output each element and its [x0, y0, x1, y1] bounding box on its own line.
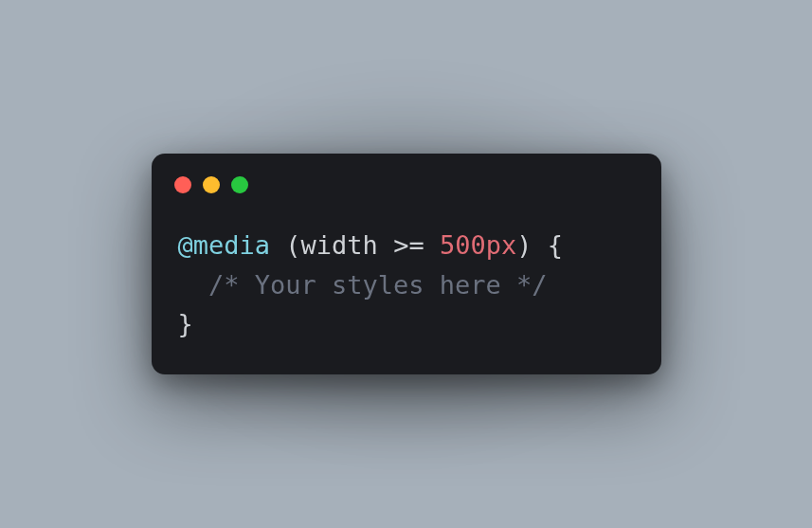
- minimize-icon[interactable]: [203, 176, 220, 193]
- zoom-icon[interactable]: [231, 176, 248, 193]
- token-space: [424, 230, 440, 260]
- token-number: 500px: [440, 230, 516, 260]
- token-space: [378, 230, 393, 260]
- token-rparen: ): [516, 230, 532, 260]
- token-comment: /* Your styles here */: [208, 270, 548, 300]
- token-ident: width: [301, 230, 378, 260]
- token-lbrace: {: [548, 230, 563, 260]
- token-lparen: (: [285, 230, 300, 260]
- token-space: [270, 230, 285, 260]
- code-window: @media (width >= 500px) {/* Your styles …: [152, 154, 661, 375]
- token-operator: >=: [393, 230, 424, 260]
- token-space: [532, 230, 547, 260]
- token-rbrace: }: [178, 309, 193, 338]
- code-line-3: }: [178, 304, 635, 344]
- code-line-1: @media (width >= 500px) {: [178, 226, 635, 265]
- token-keyword: @media: [178, 230, 271, 260]
- code-block: @media (width >= 500px) {/* Your styles …: [152, 193, 661, 353]
- code-line-2: /* Your styles here */: [178, 265, 635, 305]
- close-icon[interactable]: [174, 176, 191, 193]
- traffic-lights: [152, 173, 661, 193]
